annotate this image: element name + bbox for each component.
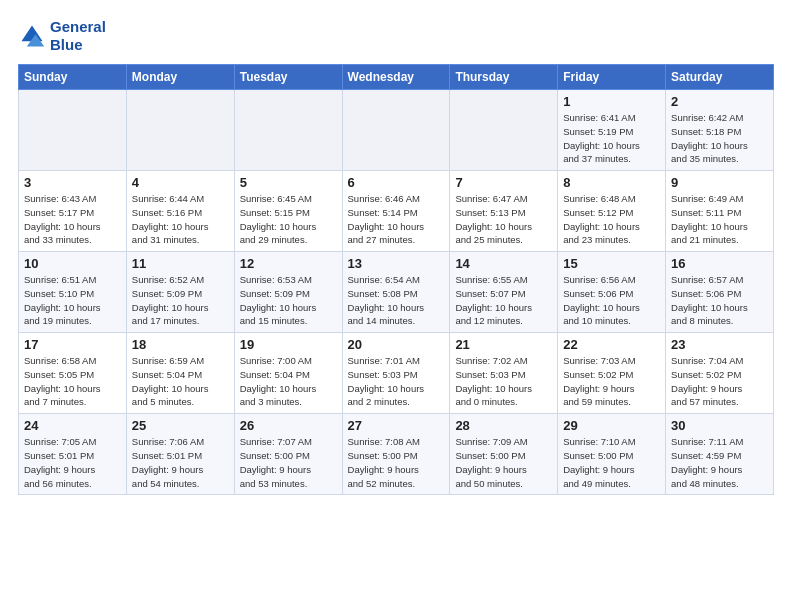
day-number: 21 <box>455 337 552 352</box>
logo-icon <box>18 22 46 50</box>
column-header-tuesday: Tuesday <box>234 65 342 90</box>
day-info: Sunrise: 6:56 AM Sunset: 5:06 PM Dayligh… <box>563 273 660 328</box>
day-number: 17 <box>24 337 121 352</box>
day-number: 6 <box>348 175 445 190</box>
day-info: Sunrise: 6:42 AM Sunset: 5:18 PM Dayligh… <box>671 111 768 166</box>
calendar-cell: 26Sunrise: 7:07 AM Sunset: 5:00 PM Dayli… <box>234 414 342 495</box>
calendar-week-row: 24Sunrise: 7:05 AM Sunset: 5:01 PM Dayli… <box>19 414 774 495</box>
day-info: Sunrise: 6:58 AM Sunset: 5:05 PM Dayligh… <box>24 354 121 409</box>
day-number: 29 <box>563 418 660 433</box>
day-info: Sunrise: 6:53 AM Sunset: 5:09 PM Dayligh… <box>240 273 337 328</box>
day-number: 1 <box>563 94 660 109</box>
day-info: Sunrise: 6:46 AM Sunset: 5:14 PM Dayligh… <box>348 192 445 247</box>
column-header-saturday: Saturday <box>666 65 774 90</box>
day-number: 4 <box>132 175 229 190</box>
column-header-monday: Monday <box>126 65 234 90</box>
calendar-cell: 29Sunrise: 7:10 AM Sunset: 5:00 PM Dayli… <box>558 414 666 495</box>
calendar-week-row: 10Sunrise: 6:51 AM Sunset: 5:10 PM Dayli… <box>19 252 774 333</box>
calendar-cell: 9Sunrise: 6:49 AM Sunset: 5:11 PM Daylig… <box>666 171 774 252</box>
day-number: 30 <box>671 418 768 433</box>
calendar-cell <box>342 90 450 171</box>
day-number: 7 <box>455 175 552 190</box>
calendar-cell: 27Sunrise: 7:08 AM Sunset: 5:00 PM Dayli… <box>342 414 450 495</box>
calendar-cell: 13Sunrise: 6:54 AM Sunset: 5:08 PM Dayli… <box>342 252 450 333</box>
calendar-cell: 19Sunrise: 7:00 AM Sunset: 5:04 PM Dayli… <box>234 333 342 414</box>
calendar-cell: 4Sunrise: 6:44 AM Sunset: 5:16 PM Daylig… <box>126 171 234 252</box>
column-header-sunday: Sunday <box>19 65 127 90</box>
calendar-cell: 3Sunrise: 6:43 AM Sunset: 5:17 PM Daylig… <box>19 171 127 252</box>
day-info: Sunrise: 6:44 AM Sunset: 5:16 PM Dayligh… <box>132 192 229 247</box>
day-info: Sunrise: 7:09 AM Sunset: 5:00 PM Dayligh… <box>455 435 552 490</box>
calendar-cell: 10Sunrise: 6:51 AM Sunset: 5:10 PM Dayli… <box>19 252 127 333</box>
day-info: Sunrise: 6:57 AM Sunset: 5:06 PM Dayligh… <box>671 273 768 328</box>
day-info: Sunrise: 6:45 AM Sunset: 5:15 PM Dayligh… <box>240 192 337 247</box>
calendar-cell <box>19 90 127 171</box>
day-info: Sunrise: 7:06 AM Sunset: 5:01 PM Dayligh… <box>132 435 229 490</box>
calendar-table: SundayMondayTuesdayWednesdayThursdayFrid… <box>18 64 774 495</box>
day-number: 3 <box>24 175 121 190</box>
day-info: Sunrise: 6:51 AM Sunset: 5:10 PM Dayligh… <box>24 273 121 328</box>
calendar-week-row: 17Sunrise: 6:58 AM Sunset: 5:05 PM Dayli… <box>19 333 774 414</box>
svg-marker-0 <box>22 26 43 42</box>
calendar-cell: 14Sunrise: 6:55 AM Sunset: 5:07 PM Dayli… <box>450 252 558 333</box>
calendar-cell: 22Sunrise: 7:03 AM Sunset: 5:02 PM Dayli… <box>558 333 666 414</box>
day-number: 23 <box>671 337 768 352</box>
day-number: 11 <box>132 256 229 271</box>
day-number: 26 <box>240 418 337 433</box>
calendar-cell: 25Sunrise: 7:06 AM Sunset: 5:01 PM Dayli… <box>126 414 234 495</box>
day-info: Sunrise: 7:03 AM Sunset: 5:02 PM Dayligh… <box>563 354 660 409</box>
calendar-cell: 7Sunrise: 6:47 AM Sunset: 5:13 PM Daylig… <box>450 171 558 252</box>
day-number: 19 <box>240 337 337 352</box>
day-info: Sunrise: 6:47 AM Sunset: 5:13 PM Dayligh… <box>455 192 552 247</box>
day-number: 2 <box>671 94 768 109</box>
day-number: 28 <box>455 418 552 433</box>
calendar-cell: 11Sunrise: 6:52 AM Sunset: 5:09 PM Dayli… <box>126 252 234 333</box>
calendar-cell: 6Sunrise: 6:46 AM Sunset: 5:14 PM Daylig… <box>342 171 450 252</box>
calendar-cell: 16Sunrise: 6:57 AM Sunset: 5:06 PM Dayli… <box>666 252 774 333</box>
day-info: Sunrise: 7:10 AM Sunset: 5:00 PM Dayligh… <box>563 435 660 490</box>
column-header-friday: Friday <box>558 65 666 90</box>
calendar-cell: 15Sunrise: 6:56 AM Sunset: 5:06 PM Dayli… <box>558 252 666 333</box>
day-info: Sunrise: 7:11 AM Sunset: 4:59 PM Dayligh… <box>671 435 768 490</box>
day-info: Sunrise: 7:08 AM Sunset: 5:00 PM Dayligh… <box>348 435 445 490</box>
day-number: 9 <box>671 175 768 190</box>
day-info: Sunrise: 6:49 AM Sunset: 5:11 PM Dayligh… <box>671 192 768 247</box>
calendar-cell: 17Sunrise: 6:58 AM Sunset: 5:05 PM Dayli… <box>19 333 127 414</box>
day-number: 13 <box>348 256 445 271</box>
calendar-cell <box>234 90 342 171</box>
calendar-cell: 30Sunrise: 7:11 AM Sunset: 4:59 PM Dayli… <box>666 414 774 495</box>
calendar-cell: 5Sunrise: 6:45 AM Sunset: 5:15 PM Daylig… <box>234 171 342 252</box>
day-info: Sunrise: 7:02 AM Sunset: 5:03 PM Dayligh… <box>455 354 552 409</box>
calendar-cell: 24Sunrise: 7:05 AM Sunset: 5:01 PM Dayli… <box>19 414 127 495</box>
day-info: Sunrise: 7:00 AM Sunset: 5:04 PM Dayligh… <box>240 354 337 409</box>
day-number: 20 <box>348 337 445 352</box>
day-number: 24 <box>24 418 121 433</box>
logo-text: General Blue <box>50 18 106 54</box>
day-info: Sunrise: 6:54 AM Sunset: 5:08 PM Dayligh… <box>348 273 445 328</box>
day-info: Sunrise: 7:07 AM Sunset: 5:00 PM Dayligh… <box>240 435 337 490</box>
calendar-cell: 12Sunrise: 6:53 AM Sunset: 5:09 PM Dayli… <box>234 252 342 333</box>
day-info: Sunrise: 7:04 AM Sunset: 5:02 PM Dayligh… <box>671 354 768 409</box>
calendar-week-row: 1Sunrise: 6:41 AM Sunset: 5:19 PM Daylig… <box>19 90 774 171</box>
day-number: 10 <box>24 256 121 271</box>
logo: General Blue <box>18 18 106 54</box>
calendar-cell: 2Sunrise: 6:42 AM Sunset: 5:18 PM Daylig… <box>666 90 774 171</box>
day-number: 15 <box>563 256 660 271</box>
calendar-cell: 1Sunrise: 6:41 AM Sunset: 5:19 PM Daylig… <box>558 90 666 171</box>
calendar-cell: 8Sunrise: 6:48 AM Sunset: 5:12 PM Daylig… <box>558 171 666 252</box>
day-info: Sunrise: 7:05 AM Sunset: 5:01 PM Dayligh… <box>24 435 121 490</box>
calendar-week-row: 3Sunrise: 6:43 AM Sunset: 5:17 PM Daylig… <box>19 171 774 252</box>
calendar-cell <box>450 90 558 171</box>
day-number: 25 <box>132 418 229 433</box>
calendar-cell: 23Sunrise: 7:04 AM Sunset: 5:02 PM Dayli… <box>666 333 774 414</box>
calendar-cell: 20Sunrise: 7:01 AM Sunset: 5:03 PM Dayli… <box>342 333 450 414</box>
page-container: General Blue SundayMondayTuesdayWednesda… <box>0 0 792 505</box>
calendar-cell: 21Sunrise: 7:02 AM Sunset: 5:03 PM Dayli… <box>450 333 558 414</box>
day-info: Sunrise: 6:52 AM Sunset: 5:09 PM Dayligh… <box>132 273 229 328</box>
header: General Blue <box>18 18 774 54</box>
day-number: 22 <box>563 337 660 352</box>
day-number: 14 <box>455 256 552 271</box>
day-number: 16 <box>671 256 768 271</box>
day-info: Sunrise: 6:48 AM Sunset: 5:12 PM Dayligh… <box>563 192 660 247</box>
day-number: 27 <box>348 418 445 433</box>
